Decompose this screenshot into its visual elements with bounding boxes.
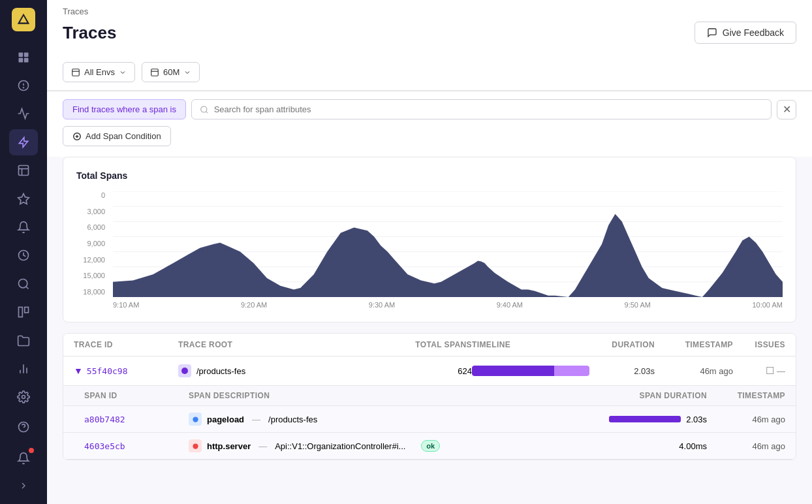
th-trace-id: TRACE ID — [74, 340, 178, 349]
th-total-spans: TOTAL SPANS — [394, 340, 472, 349]
clock-icon — [150, 68, 159, 77]
span-row-http: 4603e5cb http.server — Api::V1::Organiza… — [63, 433, 796, 460]
chart-title: Total Spans — [76, 170, 783, 181]
search-icon — [200, 105, 209, 114]
th-span-description: SPAN DESCRIPTION — [189, 391, 609, 400]
issues-comment-icon[interactable]: ☐ — [766, 365, 774, 377]
sidebar-item-discover[interactable] — [9, 271, 38, 296]
sidebar-item-dashboard[interactable] — [9, 44, 38, 70]
traces-table: TRACE ID TRACE ROOT TOTAL SPANS TIMELINE… — [63, 333, 796, 460]
sidebar-item-alerts[interactable] — [9, 214, 38, 240]
svg-rect-16 — [19, 307, 23, 317]
expand-chevron-icon[interactable]: ▼ — [74, 366, 83, 376]
svg-point-14 — [19, 279, 27, 287]
th-duration: DURATION — [589, 340, 655, 349]
sidebar-item-crons[interactable] — [9, 243, 38, 268]
span-id-link-1[interactable]: a80b7482 — [84, 415, 189, 424]
svg-line-15 — [26, 287, 29, 289]
header-area: Traces Traces Give Feedback All Envs 60M — [47, 0, 812, 91]
search-input[interactable] — [214, 104, 763, 114]
trace-id-cell: ▼ 55f40c98 — [74, 366, 178, 376]
sidebar-item-settings[interactable] — [9, 385, 38, 410]
sidebar — [0, 0, 47, 504]
sidebar-item-help[interactable] — [9, 413, 38, 441]
chart-y-axis: 18,000 15,000 12,000 9,000 6,000 3,000 0 — [76, 191, 105, 309]
trace-root-icon — [178, 364, 191, 377]
svg-point-40 — [193, 417, 198, 422]
svg-point-39 — [181, 368, 188, 374]
filters-bar: All Envs 60M — [47, 54, 812, 91]
main-content: Traces Traces Give Feedback All Envs 60M — [47, 0, 812, 504]
total-spans-chart: Total Spans 18,000 15,000 12,000 9,000 6… — [63, 157, 796, 323]
span-desc-http: http.server — Api::V1::OrganizationContr… — [189, 439, 609, 452]
th-span-timestamp: TIMESTAMP — [707, 391, 785, 400]
chevron-down-icon-2 — [183, 69, 191, 76]
svg-marker-12 — [18, 193, 29, 204]
sidebar-item-notifications[interactable] — [9, 444, 38, 473]
trace-id-link[interactable]: 55f40c98 — [87, 366, 128, 376]
page-title: Traces — [63, 23, 116, 43]
span-desc-pageload: pageload — /products-fes — [189, 413, 609, 426]
add-span-condition-button[interactable]: Add Span Condition — [63, 126, 171, 146]
pageload-icon — [189, 413, 202, 426]
span-timestamp-2: 46m ago — [707, 441, 785, 451]
chevron-down-icon — [119, 69, 127, 76]
feedback-icon — [707, 27, 717, 38]
svg-rect-3 — [24, 52, 29, 57]
th-timeline: TIMELINE — [472, 340, 589, 349]
give-feedback-button[interactable]: Give Feedback — [695, 22, 796, 44]
sidebar-item-queries[interactable] — [9, 158, 38, 183]
breadcrumb: Traces — [47, 0, 812, 16]
chart-svg — [113, 191, 783, 297]
content-area: Total Spans 18,000 15,000 12,000 9,000 6… — [47, 157, 812, 504]
page-header: Traces Give Feedback — [47, 16, 812, 54]
duration-value: 2.03s — [589, 366, 655, 376]
span-row-pageload: a80b7482 pageload — /products-fes 2.03s … — [63, 406, 796, 433]
svg-line-27 — [206, 111, 207, 112]
find-traces-label: Find traces where a span is — [63, 99, 186, 119]
total-spans-value: 624 — [394, 366, 472, 376]
sidebar-expand-btn[interactable] — [9, 475, 38, 496]
svg-point-8 — [23, 87, 24, 88]
issues-cell: ☐ — — [733, 365, 785, 377]
time-filter-button[interactable]: 60M — [142, 62, 200, 82]
env-icon — [71, 68, 80, 77]
th-span-id: SPAN ID — [84, 391, 189, 400]
svg-rect-24 — [72, 69, 80, 76]
sidebar-item-traces[interactable] — [9, 129, 38, 155]
th-span-duration: SPAN DURATION — [609, 391, 707, 400]
chart-body: 9:10 AM 9:20 AM 9:30 AM 9:40 AM 9:50 AM … — [113, 191, 783, 309]
logo[interactable] — [12, 8, 35, 31]
th-issues: ISSUES — [733, 340, 785, 349]
table-row: ▼ 55f40c98 /products-fes 624 2.03s — [63, 356, 796, 386]
svg-rect-4 — [19, 58, 23, 63]
sidebar-item-releases[interactable] — [9, 186, 38, 212]
clear-search-button[interactable]: ✕ — [777, 100, 796, 119]
svg-rect-2 — [19, 52, 23, 57]
table-header-row: TRACE ID TRACE ROOT TOTAL SPANS TIMELINE… — [63, 334, 796, 356]
svg-rect-9 — [19, 166, 29, 176]
span-timestamp-1: 46m ago — [707, 415, 785, 424]
svg-point-26 — [201, 106, 207, 112]
sidebar-item-files[interactable] — [9, 328, 38, 353]
notification-badge — [29, 448, 34, 453]
span-id-link-2[interactable]: 4603e5cb — [84, 441, 189, 451]
svg-rect-25 — [151, 69, 159, 76]
svg-rect-5 — [24, 58, 29, 63]
svg-point-41 — [193, 443, 198, 449]
sidebar-item-stats[interactable] — [9, 356, 38, 381]
sidebar-item-issues[interactable] — [9, 72, 38, 98]
sidebar-item-boards[interactable] — [9, 300, 38, 325]
th-trace-root: TRACE ROOT — [178, 340, 394, 349]
th-timestamp: TIMESTAMP — [655, 340, 733, 349]
timeline-cell — [472, 366, 589, 376]
chart-x-axis: 9:10 AM 9:20 AM 9:30 AM 9:40 AM 9:50 AM … — [113, 297, 783, 309]
timestamp-value: 46m ago — [655, 366, 733, 376]
http-server-icon — [189, 439, 202, 452]
span-duration-cell-2: 4.00ms — [609, 441, 707, 451]
span-duration-cell-1: 2.03s — [609, 415, 707, 424]
svg-rect-17 — [25, 307, 29, 313]
sidebar-item-performance[interactable] — [9, 101, 38, 127]
env-filter-button[interactable]: All Envs — [63, 62, 135, 82]
search-input-wrap[interactable] — [191, 99, 772, 119]
